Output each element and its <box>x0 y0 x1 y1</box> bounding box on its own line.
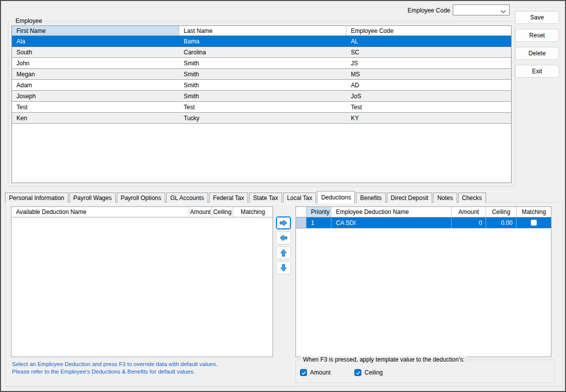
move-left-button[interactable] <box>276 231 291 244</box>
arrow-up-icon <box>280 249 287 257</box>
table-row[interactable]: Megan Smith MS <box>12 69 511 80</box>
action-button-stack: SaveResetDeleteExit <box>515 11 559 83</box>
cell-first-name: Ken <box>12 113 179 123</box>
ceiling-checkbox[interactable]: Ceiling <box>354 369 383 376</box>
tab-benefits[interactable]: Benefits <box>356 193 385 203</box>
table-row[interactable]: Joseph Smith JoS <box>12 91 511 102</box>
table-row[interactable]: Test Test Test <box>12 102 511 113</box>
cell-first-name: South <box>12 47 179 57</box>
cell-employee-code: JoS <box>346 91 511 101</box>
tab-payroll-options[interactable]: Payroll Options <box>117 193 165 203</box>
arrow-right-icon <box>280 219 287 226</box>
column-header-priority[interactable]: Priority <box>306 207 331 217</box>
cell-amount: 0 <box>451 217 486 228</box>
f3-options-groupbox: When F3 is pressed, apply template value… <box>295 360 555 383</box>
cell-first-name: Test <box>12 102 179 112</box>
cell-employee-code: SC <box>346 47 511 57</box>
cell-first-name: Megan <box>12 69 179 79</box>
table-row[interactable]: Ken Tucky KY <box>12 113 511 124</box>
chevron-down-icon <box>501 8 506 15</box>
reset-button[interactable]: Reset <box>515 29 559 42</box>
tab-personal-information[interactable]: Personal Information <box>5 193 68 203</box>
cell-ceiling: 0.00 <box>486 217 516 228</box>
cell-first-name: Joseph <box>12 91 179 101</box>
employee-table-header: First Name Last Name Employee Code <box>12 26 511 36</box>
cell-last-name: Smith <box>179 80 346 90</box>
table-row[interactable]: 1 CA SDI 0 0.00 <box>296 217 551 228</box>
cell-employee-code: Test <box>346 102 511 112</box>
tab-state-tax[interactable]: State Tax <box>249 193 282 203</box>
tab-payroll-wages[interactable]: Payroll Wages <box>69 193 116 203</box>
arrow-down-icon <box>280 264 287 272</box>
column-header-employee-deduction-name[interactable]: Employee Deduction Name <box>331 207 451 217</box>
cell-last-name: Smith <box>179 69 346 79</box>
tab-notes[interactable]: Notes <box>433 193 457 203</box>
column-header-matching[interactable]: Matching <box>516 207 551 217</box>
available-deductions-table: Available Deduction Name Amount Ceiling … <box>11 206 273 357</box>
table-row[interactable]: South Carolina SC <box>12 47 511 58</box>
table-row[interactable]: John Smith JS <box>12 58 511 69</box>
cell-last-name: Tucky <box>179 113 346 123</box>
checkbox-icon <box>300 369 307 376</box>
table-row[interactable]: Ala Bama AL <box>12 36 511 47</box>
column-header-matching[interactable]: Matching <box>233 207 273 217</box>
column-header-last-name[interactable]: Last Name <box>179 26 346 35</box>
cell-employee-code: MS <box>346 69 511 79</box>
cell-last-name: Test <box>179 102 346 112</box>
cell-first-name: Ala <box>12 36 179 46</box>
cell-employee-code: AL <box>346 36 511 46</box>
deduction-table-body: 1 CA SDI 0 0.00 <box>296 217 551 228</box>
f3-options-title: When F3 is pressed, apply template value… <box>301 356 467 363</box>
table-row[interactable]: Adam Smith AD <box>12 80 511 91</box>
column-header-amount[interactable]: Amount <box>189 207 212 217</box>
tab-federal-tax[interactable]: Federal Tax <box>209 193 248 203</box>
employee-code-dropdown[interactable] <box>453 4 510 15</box>
deduction-table-header: Priority Employee Deduction Name Amount … <box>296 207 551 217</box>
cell-employee-code: KY <box>346 113 511 123</box>
available-table-header: Available Deduction Name Amount Ceiling … <box>11 207 273 217</box>
column-header-first-name[interactable]: First Name <box>12 26 179 35</box>
cell-first-name: John <box>12 58 179 68</box>
f3-hint-text: Select an Employee Deduction and press F… <box>12 361 218 375</box>
column-header-employee-code[interactable]: Employee Code <box>346 26 511 35</box>
transfer-button-stack <box>276 216 291 276</box>
tab-gl-accounts[interactable]: GL Accounts <box>166 193 208 203</box>
tab-direct-deposit[interactable]: Direct Deposit <box>387 193 432 203</box>
employee-groupbox: Employee First Name Last Name Employee C… <box>8 21 515 187</box>
employee-deductions-table: Priority Employee Deduction Name Amount … <box>295 206 552 357</box>
app-window: Employee Code SaveResetDeleteExit Employ… <box>0 0 566 392</box>
column-header-amount[interactable]: Amount <box>451 207 486 217</box>
amount-checkbox[interactable]: Amount <box>300 369 330 376</box>
tab-checks[interactable]: Checks <box>458 193 486 203</box>
f3-hint-line2: Please refer to the Employee's Deduction… <box>12 368 218 376</box>
row-selector-header <box>296 207 306 217</box>
move-right-button[interactable] <box>276 216 291 229</box>
arrow-left-icon <box>280 234 287 241</box>
tab-local-tax[interactable]: Local Tax <box>283 193 316 203</box>
row-selector-cell[interactable] <box>296 217 306 228</box>
exit-button[interactable]: Exit <box>515 65 559 78</box>
employee-code-label: Employee Code <box>395 7 450 14</box>
move-up-button[interactable] <box>276 246 291 259</box>
column-header-ceiling[interactable]: Ceiling <box>486 207 516 217</box>
cell-last-name: Smith <box>179 58 346 68</box>
matching-checkbox[interactable] <box>531 219 537 226</box>
cell-priority: 1 <box>306 217 331 228</box>
column-header-available-deduction-name[interactable]: Available Deduction Name <box>11 207 189 217</box>
tab-strip: Personal InformationPayroll WagesPayroll… <box>5 193 487 203</box>
cell-deduction-name: CA SDI <box>331 217 451 228</box>
tab-deductions[interactable]: Deductions <box>317 191 355 203</box>
f3-hint-line1: Select an Employee Deduction and press F… <box>12 361 218 368</box>
cell-matching <box>516 217 551 228</box>
move-down-button[interactable] <box>276 261 291 274</box>
cell-employee-code: JS <box>346 58 511 68</box>
f3-checkbox-row: Amount Ceiling <box>300 369 407 376</box>
checkbox-icon <box>354 369 361 376</box>
employee-table-body: Ala Bama AL South Carolina SC John Smith… <box>12 36 511 124</box>
delete-button[interactable]: Delete <box>515 47 559 60</box>
column-header-ceiling[interactable]: Ceiling <box>212 207 233 217</box>
employee-groupbox-title: Employee <box>13 17 44 24</box>
cell-employee-code: AD <box>346 80 511 90</box>
save-button[interactable]: Save <box>515 11 559 24</box>
cell-first-name: Adam <box>12 80 179 90</box>
